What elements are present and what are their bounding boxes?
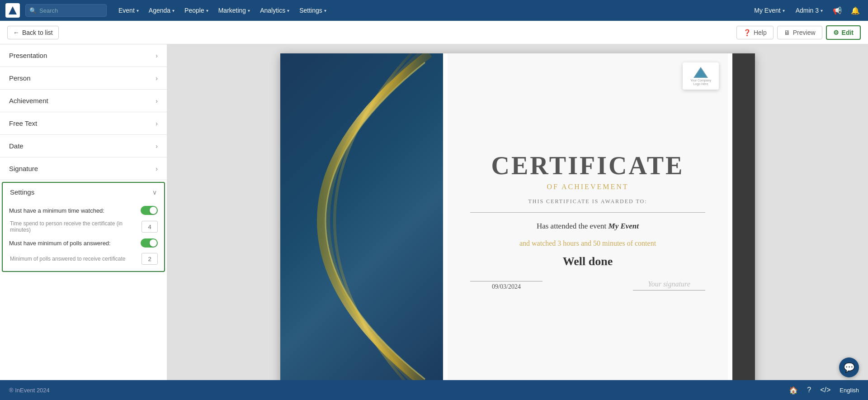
cert-gold-arc-svg [303,53,448,380]
nav-agenda[interactable]: Agenda ▾ [144,5,179,16]
settings-body: Must have a minimum time watched: Time s… [3,201,164,271]
code-icon[interactable]: </> [820,386,830,394]
achievement-section: Achievement › [0,90,167,112]
chevron-right-icon: › [156,165,158,172]
bell-icon[interactable]: 🔔 [848,5,863,17]
language-selector[interactable]: English [840,387,859,394]
time-minutes-row: Time spend to person receive the certifi… [9,220,158,233]
settings-header[interactable]: Settings ∨ [3,183,164,201]
achievement-title: Achievement [9,97,48,105]
cert-left-decoration [280,53,443,380]
chevron-right-icon: › [156,143,158,150]
app-logo[interactable] [5,3,20,18]
certificate: Your CompanyLogo Here CERTIFICATE OF ACH… [280,53,755,380]
my-event-menu[interactable]: My Event ▾ [750,5,788,16]
chevron-right-icon: › [156,120,158,127]
cert-logo: Your CompanyLogo Here [683,62,719,90]
help-button[interactable]: ❓ Help [736,26,774,39]
presentation-section: Presentation › [0,44,167,67]
settings-title: Settings [10,188,34,196]
free-text-header[interactable]: Free Text › [0,112,167,134]
min-time-watched-toggle[interactable] [141,206,158,215]
edit-button[interactable]: ⚙ Edit [826,25,861,40]
chat-button[interactable]: 💬 [839,357,859,377]
cert-footer: 09/03/2024 Your signature [470,280,705,290]
achievement-header[interactable]: Achievement › [0,90,167,112]
preview-button[interactable]: 🖥 Preview [777,26,822,39]
cert-well-done: Well done [563,255,613,268]
cert-signature-section: Your signature [633,280,705,290]
min-polls-row: Must have minimum of polls answered: [9,238,158,248]
time-minutes-label: Time spend to person receive the certifi… [10,220,138,233]
svg-marker-0 [9,6,17,14]
megaphone-icon[interactable]: 📢 [830,5,844,17]
search-container: 🔍 [25,4,107,17]
certificate-preview-panel: Your CompanyLogo Here CERTIFICATE OF ACH… [167,44,868,380]
min-polls-toggle[interactable] [141,238,158,248]
back-to-list-button[interactable]: ← Back to list [7,26,59,39]
left-panel: Presentation › Person › Achievement › Fr… [0,44,167,380]
person-header[interactable]: Person › [0,67,167,89]
footer-right: 🏠 ? </> English [789,386,859,395]
signature-section: Signature › [0,157,167,180]
nav-menu: Event ▾ Agenda ▾ People ▾ Marketing ▾ An… [114,5,749,16]
min-time-watched-label: Must have a minimum time watched: [9,207,137,214]
chevron-down-icon: ▾ [324,8,326,13]
cert-signature-placeholder: Your signature [648,280,690,288]
signature-title: Signature [9,165,38,172]
nav-people[interactable]: People ▾ [180,5,213,16]
settings-section: Settings ∨ Must have a minimum time watc… [2,182,165,272]
chevron-down-icon: ▾ [137,8,139,13]
min-time-watched-row: Must have a minimum time watched: [9,206,158,215]
presentation-header[interactable]: Presentation › [0,44,167,67]
nav-analytics[interactable]: Analytics ▾ [255,5,294,16]
date-header[interactable]: Date › [0,135,167,157]
chevron-down-icon: ▾ [172,8,175,13]
nav-event[interactable]: Event ▾ [114,5,143,16]
main-content: Presentation › Person › Achievement › Fr… [0,44,868,380]
cert-logo-svg [693,66,709,79]
home-icon[interactable]: 🏠 [789,386,798,395]
cert-attended-text: Has attended the event My Event [537,220,639,232]
admin-menu[interactable]: Admin 3 ▾ [792,5,826,16]
nav-marketing[interactable]: Marketing ▾ [214,5,255,16]
toolbar: ← Back to list ❓ Help 🖥 Preview ⚙ Edit [0,21,868,44]
date-title: Date [9,142,24,150]
person-section: Person › [0,67,167,90]
back-arrow-icon: ← [13,29,19,36]
question-icon[interactable]: ? [807,386,811,394]
date-section: Date › [0,135,167,157]
chevron-down-icon: ▾ [206,8,208,13]
signature-header[interactable]: Signature › [0,157,167,180]
monitor-icon: 🖥 [784,29,790,36]
nav-settings[interactable]: Settings ▾ [295,5,331,16]
person-title: Person [9,74,31,82]
cert-date: 09/03/2024 [492,283,521,290]
free-text-title: Free Text [9,119,37,127]
chevron-down-icon: ▾ [821,8,823,13]
cert-content-area: Your CompanyLogo Here CERTIFICATE OF ACH… [448,53,728,380]
chevron-down-icon: ▾ [783,8,785,13]
cert-date-section: 09/03/2024 [470,281,542,290]
free-text-section: Free Text › [0,112,167,135]
chevron-down-icon: ∨ [152,189,157,196]
cert-right-decoration [732,53,755,380]
chevron-down-icon: ▾ [248,8,250,13]
cert-date-line [470,281,542,281]
search-input[interactable] [39,7,103,14]
gear-icon: ⚙ [833,29,839,36]
min-polls-label: Must have minimum of polls answered: [9,240,137,247]
polls-answered-row: Minimum of polls answered to receive cer… [9,253,158,265]
cert-watched-text: and watched 3 hours and 50 minutes of co… [519,239,656,248]
cert-title: CERTIFICATE [491,151,684,180]
cert-divider-line [470,212,705,213]
top-navigation: 🔍 Event ▾ Agenda ▾ People ▾ Marketing ▾ … [0,0,868,21]
help-icon: ❓ [743,29,751,36]
cert-awarded-text: THIS CERTIFICATE IS AWARDED TO: [528,198,647,205]
cert-logo-text: Your CompanyLogo Here [690,79,711,86]
cert-sig-line [633,290,705,290]
footer-copyright: ® InEvent 2024 [9,387,50,394]
presentation-title: Presentation [9,52,47,59]
time-minutes-input[interactable] [142,221,158,233]
polls-answered-input[interactable] [142,253,158,265]
